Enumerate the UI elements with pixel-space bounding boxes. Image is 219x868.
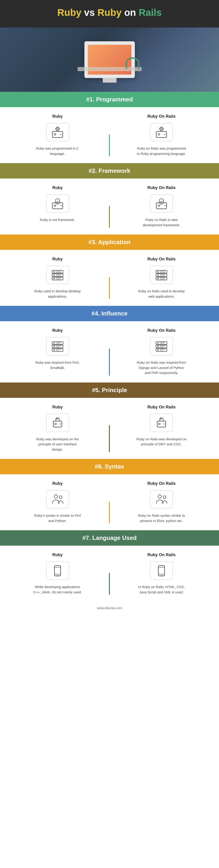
ruby-text-framework: Ruby is not framework. bbox=[40, 217, 75, 223]
ror-col-framework: Ruby on Rails is web development framewo… bbox=[116, 194, 207, 227]
section-header-programmed: #1. Programmed bbox=[0, 92, 219, 107]
ruby-col-title-application: Ruby bbox=[12, 257, 103, 266]
ruby-title-language: Ruby bbox=[52, 553, 63, 557]
content-row-influence: Ruby was inspired from Perl, Smalltalk. … bbox=[9, 337, 210, 376]
ror-title-framework: Ruby On Rails bbox=[148, 185, 176, 190]
svg-point-53 bbox=[54, 349, 55, 350]
svg-point-78 bbox=[54, 495, 58, 498]
content-row-application: Ruby used to develop desktop application… bbox=[9, 266, 210, 299]
svg-point-73 bbox=[55, 423, 56, 425]
svg-point-10 bbox=[160, 127, 163, 130]
section-header-application: #3. Application bbox=[0, 235, 219, 250]
svg-point-80 bbox=[158, 495, 161, 498]
section-application: #3. Application Ruby Ruby On Rails Ru bbox=[0, 235, 219, 306]
ruby-col-framework: Ruby is not framework. bbox=[12, 194, 103, 223]
ror-icon-box-application bbox=[150, 266, 173, 284]
svg-point-85 bbox=[57, 575, 58, 576]
ror-text-framework: Ruby on Rails is web development framewo… bbox=[136, 217, 187, 227]
svg-point-41 bbox=[158, 278, 159, 279]
ror-col-title-syntax: Ruby On Rails bbox=[116, 481, 207, 490]
svg-point-64 bbox=[158, 346, 159, 347]
ror-text-programmed: Ruby on Rails was programmed in Ruby pro… bbox=[136, 146, 187, 156]
divider-language bbox=[109, 573, 110, 595]
ruby-col-title-influence: Ruby bbox=[12, 328, 103, 337]
ruby-text-influence: Ruby was inspired from Perl, Smalltalk. bbox=[32, 360, 83, 370]
ror-text-language: In Ruby on Rails, HTML, CSS, Java Script… bbox=[136, 584, 187, 595]
comparison-body-application: Ruby Ruby On Rails Ruby used to develop … bbox=[0, 250, 219, 306]
ror-col-language: In Ruby on Rails, HTML, CSS, Java Script… bbox=[116, 561, 207, 595]
svg-point-1 bbox=[56, 127, 59, 130]
ror-icon-box-programmed bbox=[150, 123, 173, 141]
ruby-col-programmed: Ruby was programmed in C language. bbox=[12, 123, 103, 156]
ror-text-syntax: Ruby on Rails syntax similar to phoenix … bbox=[136, 513, 187, 523]
headphones-icon bbox=[126, 57, 139, 69]
ror-col-programmed: Ruby on Rails was programmed in Ruby pro… bbox=[116, 123, 207, 156]
svg-point-28 bbox=[54, 275, 55, 276]
ruby-col-title-principle: Ruby bbox=[12, 405, 103, 414]
content-row-programmed: Ruby was programmed in C language. Ruby … bbox=[9, 123, 210, 156]
ruby-icon-box-principle bbox=[46, 414, 69, 432]
svg-point-89 bbox=[161, 575, 162, 576]
ror-title-language: Ruby On Rails bbox=[148, 553, 176, 557]
ror-title-influence: Ruby On Rails bbox=[148, 328, 176, 333]
comparison-body-language: Ruby Ruby On Rails While developing appl… bbox=[0, 546, 219, 601]
divider-application bbox=[109, 277, 110, 299]
ruby-title-influence: Ruby bbox=[52, 328, 63, 333]
ror-icon-box-syntax bbox=[150, 490, 173, 508]
section-syntax: #6. Syntax Ruby Ruby On Rails Ruby's syn… bbox=[0, 459, 219, 530]
comparison-body-syntax: Ruby Ruby On Rails Ruby's syntax is simi… bbox=[0, 474, 219, 530]
section-header-language: #7. Language Used bbox=[0, 530, 219, 546]
comparison-body-influence: Ruby Ruby On Rails Ruby was inspired fro… bbox=[0, 321, 219, 382]
ror-col-application: Ruby on Rails used to develop web applic… bbox=[116, 266, 207, 299]
divider-programmed bbox=[109, 134, 110, 156]
page-title: Ruby vs Ruby on Rails bbox=[5, 7, 214, 18]
ruby-text-programmed: Ruby was programmed in C language. bbox=[32, 146, 83, 156]
ruby-col-title-programmed: Ruby bbox=[12, 114, 103, 123]
ror-col-principle: Ruby on Rails was developed on principle… bbox=[116, 414, 207, 447]
ror-col-title-influence: Ruby On Rails bbox=[116, 328, 207, 337]
comparison-body-framework: Ruby Ruby On Rails Ruby is not framework… bbox=[0, 179, 219, 235]
ror-col-title-programmed: Ruby On Rails bbox=[116, 114, 207, 123]
svg-point-51 bbox=[54, 343, 55, 344]
ruby-icon-box-syntax bbox=[46, 490, 69, 508]
ror-col-syntax: Ruby on Rails syntax similar to phoenix … bbox=[116, 490, 207, 523]
ror-col-title-application: Ruby On Rails bbox=[116, 257, 207, 266]
svg-point-40 bbox=[158, 275, 159, 276]
hero-image bbox=[0, 28, 219, 92]
divider-influence bbox=[109, 348, 110, 376]
svg-point-19 bbox=[54, 205, 56, 207]
ror-title-syntax: Ruby On Rails bbox=[148, 481, 176, 486]
svg-point-11 bbox=[161, 128, 162, 129]
ruby-title-principle: Ruby bbox=[52, 405, 63, 409]
ror-col-title-language: Ruby On Rails bbox=[116, 553, 207, 561]
ror-icon-box-principle bbox=[150, 414, 173, 432]
ruby-title-programmed: Ruby bbox=[52, 114, 63, 119]
ruby-icon-box-programmed bbox=[46, 123, 69, 141]
ruby-text-application: Ruby used to develop desktop application… bbox=[32, 289, 83, 299]
section-language: #7. Language Used Ruby Ruby On Rails Whi… bbox=[0, 530, 219, 601]
content-row-language: While developing applications C++, JAVA,… bbox=[9, 561, 210, 595]
ror-text-principle: Ruby on Rails was developed on principle… bbox=[136, 437, 187, 447]
ror-col-title-framework: Ruby On Rails bbox=[116, 185, 207, 194]
svg-point-29 bbox=[54, 278, 55, 279]
ror-icon-box-framework bbox=[150, 194, 173, 213]
section-header-principle: #5. Principle bbox=[0, 382, 219, 398]
svg-point-2 bbox=[57, 128, 58, 129]
section-header-framework: #2. Framework bbox=[0, 163, 219, 179]
svg-point-76 bbox=[158, 423, 160, 425]
ruby-text-language: While developing applications C++, JAVA,… bbox=[32, 584, 83, 595]
content-row-framework: Ruby is not framework. Ruby on Rails is … bbox=[9, 194, 210, 227]
content-row-principle: Ruby was developed on the principle of u… bbox=[9, 414, 210, 452]
content-row-syntax: Ruby's syntax is similar to Perl and Pyt… bbox=[9, 490, 210, 523]
ror-icon-box-influence bbox=[150, 337, 173, 355]
divider-principle bbox=[109, 425, 110, 452]
ruby-col-application: Ruby used to develop desktop application… bbox=[12, 266, 103, 299]
ror-title-programmed: Ruby On Rails bbox=[148, 114, 176, 119]
section-header-influence: #4. Influence bbox=[0, 306, 219, 321]
svg-point-27 bbox=[54, 271, 55, 272]
ror-text-influence: Ruby on Rails was inspired from Django a… bbox=[136, 360, 187, 376]
ruby-title-framework: Ruby bbox=[52, 185, 63, 190]
ror-icon-box-language bbox=[150, 561, 173, 580]
ruby-col-language: While developing applications C++, JAVA,… bbox=[12, 561, 103, 595]
svg-point-7 bbox=[54, 133, 56, 135]
